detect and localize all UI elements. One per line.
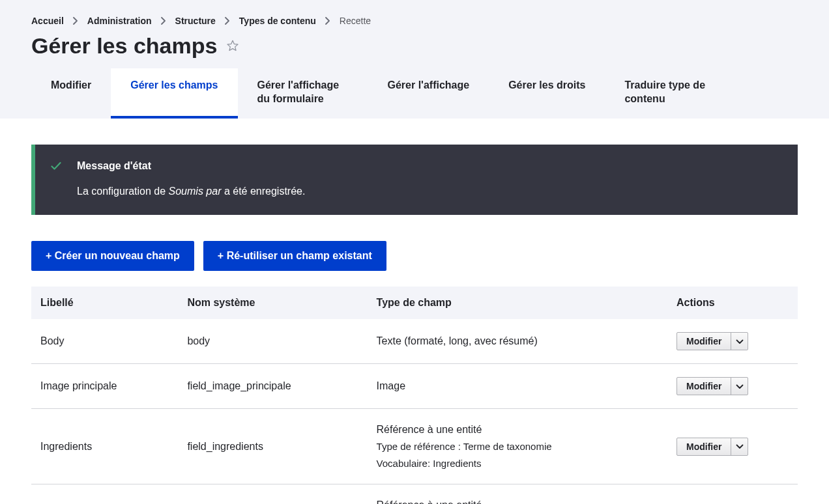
tab-translate[interactable]: Traduire type de contenu [605, 68, 735, 119]
breadcrumb: Accueil Administration Structure Types d… [31, 16, 798, 26]
field-type: Texte (formaté, long, avec résumé) [368, 319, 667, 364]
field-label: Soumis par [31, 484, 178, 504]
dropbutton-toggle[interactable] [731, 438, 748, 455]
field-type-sub: Vocabulaire: Ingredients [377, 456, 658, 471]
table-row: BodybodyTexte (formaté, long, avec résum… [31, 319, 798, 364]
content-region: Message d'état La configuration de Soumi… [0, 119, 829, 504]
field-label: Image principale [31, 364, 178, 409]
reuse-field-button[interactable]: + Ré-utiliser un champ existant [203, 241, 386, 271]
chevron-right-icon [325, 17, 330, 25]
col-header-label: Libellé [31, 287, 178, 319]
status-text: La configuration de Soumis par a été enr… [77, 184, 782, 199]
field-type-main: Référence à une entité [377, 422, 658, 438]
tab-edit[interactable]: Modifier [31, 68, 111, 119]
chevron-right-icon [73, 17, 78, 25]
field-actions: Modifier [667, 409, 798, 484]
field-actions: Modifier [667, 484, 798, 504]
tab-manage-permissions[interactable]: Gérer les droits [489, 68, 605, 119]
col-header-actions: Actions [667, 287, 798, 319]
breadcrumb-link-admin[interactable]: Administration [87, 16, 152, 26]
col-header-machine-name: Nom système [178, 287, 367, 319]
dropbutton-toggle[interactable] [731, 333, 748, 350]
field-label: Body [31, 319, 178, 364]
star-outline-icon[interactable] [226, 39, 239, 52]
field-type-main: Texte (formaté, long, avec résumé) [377, 333, 658, 349]
field-actions: Modifier [667, 364, 798, 409]
field-type-sub: Type de référence : Terme de taxonomie [377, 439, 658, 454]
table-row: Soumis parfield_soumis_parRéférence à un… [31, 484, 798, 504]
chevron-down-icon [736, 382, 744, 391]
field-machine-name: field_image_principale [178, 364, 367, 409]
field-actions: Modifier [667, 319, 798, 364]
table-row: Image principalefield_image_principaleIm… [31, 364, 798, 409]
tab-manage-display[interactable]: Gérer l'affichage [368, 68, 489, 119]
breadcrumb-link-structure[interactable]: Structure [175, 16, 216, 26]
status-text-suffix: a été enregistrée. [221, 186, 305, 197]
chevron-down-icon [736, 337, 744, 346]
col-header-field-type: Type de champ [368, 287, 667, 319]
dropbutton-toggle[interactable] [731, 378, 748, 395]
field-machine-name: field_ingredients [178, 409, 367, 484]
page-title: Gérer les champs [31, 33, 217, 59]
status-text-prefix: La configuration de [77, 186, 169, 197]
page-title-row: Gérer les champs [31, 33, 798, 59]
tab-manage-fields[interactable]: Gérer les champs [111, 68, 237, 119]
chevron-down-icon [736, 441, 744, 451]
field-label: Ingredients [31, 409, 178, 484]
field-machine-name: field_soumis_par [178, 484, 367, 504]
field-type-main: Référence à une entité [377, 497, 658, 504]
create-field-button[interactable]: + Créer un nouveau champ [31, 241, 194, 271]
chevron-right-icon [161, 17, 166, 25]
edit-field-button[interactable]: Modifier [677, 333, 731, 350]
status-text-em: Soumis par [169, 186, 222, 197]
field-machine-name: body [178, 319, 367, 364]
check-icon [51, 160, 61, 199]
breadcrumb-link-content-types[interactable]: Types de contenu [239, 16, 316, 26]
field-type: Référence à une entitéType de référence … [368, 409, 667, 484]
chevron-right-icon [225, 17, 230, 25]
breadcrumb-link-home[interactable]: Accueil [31, 16, 64, 26]
edit-field-button[interactable]: Modifier [677, 378, 731, 395]
table-row: Ingredientsfield_ingredientsRéférence à … [31, 409, 798, 484]
field-type: Référence à une entitéType de référence … [368, 484, 667, 504]
status-message: Message d'état La configuration de Soumi… [31, 145, 798, 215]
breadcrumb-current: Recette [340, 16, 371, 26]
field-type: Image [368, 364, 667, 409]
edit-field-button[interactable]: Modifier [677, 438, 731, 455]
status-title: Message d'état [77, 160, 782, 172]
fields-table: Libellé Nom système Type de champ Action… [31, 287, 798, 504]
dropbutton: Modifier [676, 377, 748, 395]
status-body: Message d'état La configuration de Soumi… [77, 160, 782, 199]
dropbutton: Modifier [676, 438, 748, 456]
dropbutton: Modifier [676, 332, 748, 350]
field-type-main: Image [377, 378, 658, 394]
tab-manage-form-display[interactable]: Gérer l'affichage du formulaire [238, 68, 368, 119]
action-buttons: + Créer un nouveau champ + Ré-utiliser u… [31, 241, 798, 271]
page-header: Accueil Administration Structure Types d… [0, 0, 829, 119]
primary-tabs: Modifier Gérer les champs Gérer l'affich… [31, 68, 798, 119]
